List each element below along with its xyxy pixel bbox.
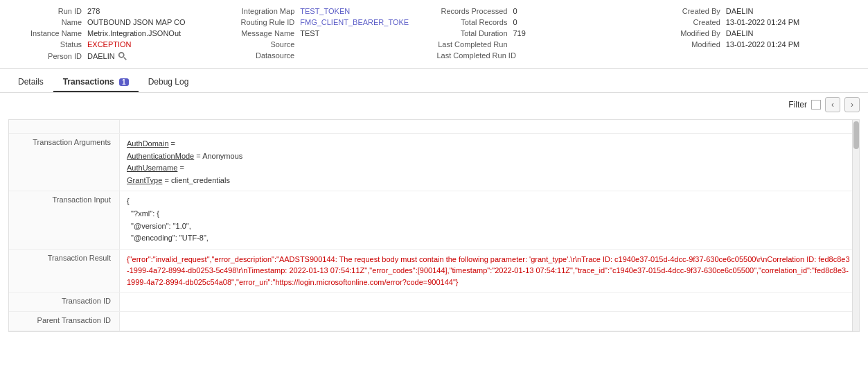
records-processed-label: Records Processed: [437, 7, 513, 15]
transaction-id-value: [120, 293, 859, 311]
records-processed-value: 0: [513, 7, 517, 15]
message-name-cell: Message Name TEST: [221, 28, 434, 39]
name-cell: Name OUTBOUND JSON MAP CO: [8, 17, 221, 28]
transaction-input-label: Transaction Input: [9, 191, 120, 248]
total-records-cell: Total Records 0: [434, 17, 647, 28]
person-id-search-icon[interactable]: [118, 51, 127, 61]
transaction-input-row: Transaction Input { "?xml": { "@version"…: [9, 191, 859, 249]
parent-transaction-id-label: Parent Transaction ID: [9, 312, 120, 331]
datasource-label: Datasource: [224, 51, 300, 60]
name-value: OUTBOUND JSON MAP CO: [87, 18, 186, 26]
run-id-label: Run ID: [11, 7, 87, 15]
modified-by-value: DAELIN: [726, 29, 754, 37]
routing-rule-id-value[interactable]: FMG_CLIENT_BEARER_TOKE: [300, 18, 409, 26]
filter-bar: Filter ‹ ›: [8, 93, 860, 116]
routing-rule-id-cell: Routing Rule ID FMG_CLIENT_BEARER_TOKE: [221, 17, 434, 28]
total-duration-cell: Total Duration 719: [434, 28, 647, 39]
status-label: Status: [11, 40, 87, 49]
tab-details[interactable]: Details: [8, 73, 53, 92]
tab-debug-log-label: Debug Log: [148, 77, 189, 87]
status-cell: Status EXCEPTION: [8, 39, 221, 50]
transaction-result-value: {"error":"invalid_request","error_descri…: [120, 250, 859, 293]
total-records-value: 0: [513, 18, 517, 26]
transaction-id-row: Transaction ID: [9, 293, 859, 312]
instance-name-value: Metrix.Integration.JSONOut: [87, 29, 181, 37]
records-processed-cell: Records Processed 0: [434, 6, 647, 17]
filter-label: Filter: [788, 100, 807, 110]
last-completed-run-cell: Last Completed Run: [434, 39, 647, 50]
col2: Integration Map TEST_TOKEN Routing Rule …: [221, 6, 434, 62]
instance-name-cell: Instance Name Metrix.Integration.JSONOut: [8, 28, 221, 39]
input-line-2: "?xml": {: [127, 208, 852, 220]
arg-line-3: AuthUsername =: [127, 162, 852, 175]
input-line-1: {: [127, 195, 852, 208]
last-completed-run-id-cell: Last Completed Run ID: [434, 50, 647, 61]
created-by-cell: Created By DAELIN: [647, 6, 860, 17]
routing-rule-id-label: Routing Rule ID: [224, 18, 300, 26]
modified-by-label: Modified By: [650, 29, 726, 37]
transaction-arguments-value: AuthDomain = AuthenticationMode = Anonym…: [120, 134, 859, 191]
input-line-3: "@version": "1.0",: [127, 220, 852, 233]
integration-map-cell: Integration Map TEST_TOKEN: [221, 6, 434, 17]
person-id-value: DAELIN: [87, 52, 115, 60]
arg-line-2: AuthenticationMode = Anonymous: [127, 150, 852, 163]
arg-line-4: GrantType = client_credentials: [127, 175, 852, 187]
last-completed-run-id-label: Last Completed Run ID: [437, 51, 522, 60]
parent-transaction-id-row: Parent Transaction ID: [9, 312, 859, 331]
filter-checkbox[interactable]: [811, 100, 821, 110]
person-id-label: Person ID: [11, 52, 87, 60]
message-name-value: TEST: [300, 29, 319, 37]
integration-map-value[interactable]: TEST_TOKEN: [300, 7, 350, 15]
col3: Records Processed 0 Total Records 0 Tota…: [434, 6, 647, 62]
content-area: Transaction Arguments AuthDomain = Authe…: [8, 119, 860, 332]
person-id-cell: Person ID DAELIN: [8, 50, 221, 62]
transaction-id-label: Transaction ID: [9, 293, 120, 311]
empty-top-row: [9, 120, 859, 134]
parent-transaction-id-value: [120, 312, 859, 331]
tab-transactions-label: Transactions: [63, 77, 114, 87]
transaction-input-value: { "?xml": { "@version": "1.0", "@encodin…: [120, 191, 859, 248]
main-content: Filter ‹ › Transaction Arguments AuthDom…: [0, 93, 868, 332]
transaction-result-row: Transaction Result {"error":"invalid_req…: [9, 250, 859, 293]
nav-next-button[interactable]: ›: [844, 97, 860, 112]
total-duration-label: Total Duration: [437, 29, 513, 37]
integration-map-label: Integration Map: [224, 7, 300, 15]
info-grid: Run ID 278 Name OUTBOUND JSON MAP CO Ins…: [8, 6, 860, 62]
created-label: Created: [650, 18, 726, 26]
datasource-cell: Datasource: [221, 50, 434, 61]
svg-point-0: [119, 53, 124, 58]
tab-details-label: Details: [18, 77, 44, 87]
instance-name-label: Instance Name: [11, 29, 87, 37]
status-value: EXCEPTION: [87, 40, 132, 49]
transaction-arguments-row: Transaction Arguments AuthDomain = Authe…: [9, 134, 859, 191]
created-cell: Created 13-01-2022 01:24 PM: [647, 17, 860, 28]
source-label: Source: [224, 40, 300, 49]
empty-value: [120, 120, 859, 133]
tab-debug-log[interactable]: Debug Log: [139, 73, 199, 92]
last-completed-run-label: Last Completed Run: [437, 40, 513, 49]
input-line-4: "@encoding": "UTF-8",: [127, 232, 852, 245]
created-by-label: Created By: [650, 7, 726, 15]
nav-prev-button[interactable]: ‹: [825, 97, 840, 112]
svg-line-1: [124, 58, 127, 60]
modified-label: Modified: [650, 40, 726, 49]
total-records-label: Total Records: [437, 18, 513, 26]
total-duration-value: 719: [513, 29, 526, 37]
created-by-value: DAELIN: [726, 7, 754, 15]
arg-line-1: AuthDomain =: [127, 138, 852, 150]
scrollbar-thumb: [853, 121, 859, 149]
modified-value: 13-01-2022 01:24 PM: [726, 40, 799, 49]
modified-cell: Modified 13-01-2022 01:24 PM: [647, 39, 860, 50]
empty-label: [9, 120, 120, 133]
scrollbar[interactable]: [852, 120, 859, 331]
col4: Created By DAELIN Created 13-01-2022 01:…: [647, 6, 860, 62]
transaction-result-label: Transaction Result: [9, 250, 120, 293]
transaction-arguments-label: Transaction Arguments: [9, 134, 120, 191]
message-name-label: Message Name: [224, 29, 300, 37]
tab-transactions[interactable]: Transactions 1: [53, 73, 139, 92]
col1: Run ID 278 Name OUTBOUND JSON MAP CO Ins…: [8, 6, 221, 62]
run-id-value: 278: [87, 7, 100, 15]
tab-transactions-badge: 1: [119, 78, 129, 86]
tabs-section: Details Transactions 1 Debug Log: [0, 73, 868, 93]
source-cell: Source: [221, 39, 434, 50]
